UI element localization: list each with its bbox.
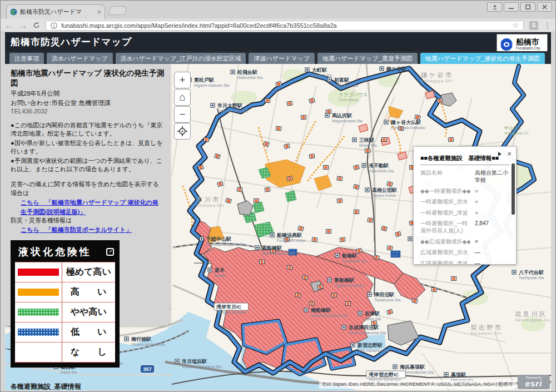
app-tab-3[interactable]: 津波ハザードマップ: [249, 53, 315, 64]
facility-marker[interactable]: [346, 302, 351, 306]
info-icon[interactable]: [51, 22, 57, 29]
facility-marker[interactable]: [265, 99, 270, 103]
facility-marker[interactable]: [451, 277, 456, 281]
app-tab-1[interactable]: 洪水ハザードマップ: [47, 53, 113, 64]
popup-close-icon[interactable]: ×: [507, 150, 512, 157]
popup-row-3: 一時避難場所_津波○: [420, 209, 509, 216]
map-label-en: Narashino-Shi: [470, 331, 502, 335]
app-tab-4[interactable]: 地震ハザードマップ_震度予測図: [317, 53, 418, 64]
facility-marker[interactable]: [354, 210, 359, 214]
bookmark-star-icon[interactable]: ☆: [512, 21, 519, 29]
reload-icon[interactable]: [33, 22, 40, 29]
profile-icon[interactable]: [487, 2, 502, 12]
facility-marker[interactable]: [254, 199, 259, 203]
popup-title: ■■各種避難施設 基礎情報■■: [420, 155, 509, 162]
facility-marker[interactable]: [287, 265, 292, 270]
layer-label: 各種避難施設_基礎情報: [11, 382, 164, 390]
map-label: 湾岸習志野IC: [368, 372, 399, 378]
facility-marker[interactable]: [309, 154, 315, 158]
facility-marker[interactable]: [368, 218, 373, 222]
popup-next-icon[interactable]: [498, 152, 502, 156]
extension-badge[interactable]: S: [529, 21, 538, 30]
legend-box: 液状化危険性 ↗ 極めて高い高 いやや高い低 いな し: [11, 240, 120, 368]
map-label-en: Hanamigawa-Ku: [515, 318, 550, 322]
map-label-en: Baraki: [215, 274, 226, 277]
facility-marker[interactable]: [365, 148, 370, 153]
close-window-button[interactable]: [537, 2, 552, 12]
facility-marker[interactable]: [331, 293, 337, 297]
map-label-en: Matsuhidai Sta.: [237, 76, 264, 80]
new-tab-button[interactable]: [108, 6, 127, 15]
map-label: 京成津田沼駅: [348, 325, 379, 330]
sidebar-panel: 船橋市地震ハザードマップ 液状化の発生予測図 平成28年5月公開 お問い合わせ:…: [5, 64, 170, 326]
locate-button[interactable]: [174, 123, 191, 140]
legend-label: やや高い: [62, 302, 115, 322]
facility-marker[interactable]: [326, 230, 331, 234]
app-tab-5[interactable]: 地震ハザードマップ_液状化の発生予測図: [420, 53, 545, 64]
app-tab-0[interactable]: 注意事項: [9, 53, 44, 64]
facility-marker[interactable]: [237, 187, 242, 192]
minimize-button[interactable]: [504, 2, 519, 12]
map-label: 鎌ヶ谷大仏駅: [390, 120, 421, 125]
supplement-map-link[interactable]: こちら 「船橋市地震ハザードマップ 液状化の発生予測図(説明補足版)」: [21, 198, 164, 216]
browser-tab[interactable]: 船橋市防災ハザードマ ×: [6, 4, 105, 19]
app-header: 船橋市防災ハザードマップ 船橋市 Funabashi City: [5, 32, 551, 51]
map-label-en: Kasai Sta.: [61, 370, 78, 374]
tel-line: TEL436-2032: [11, 108, 164, 115]
facility-marker[interactable]: [387, 246, 393, 250]
map-label-en: Club House: [339, 98, 359, 102]
facility-marker[interactable]: [203, 137, 209, 142]
page-viewport: 船橋市防災ハザードマップ 船橋市 Funabashi City 注意事項洪水ハザ…: [5, 32, 551, 390]
facility-marker[interactable]: [337, 199, 342, 203]
published-date: 平成28年5月公開: [11, 90, 164, 98]
facility-marker[interactable]: [265, 187, 270, 192]
zoom-out-button[interactable]: −: [174, 106, 191, 123]
map-label-en: Omachi Sta.: [312, 73, 333, 77]
tab-close-icon[interactable]: ×: [97, 8, 101, 16]
map-label-en: Yatsu Sta.: [365, 317, 382, 321]
facility-marker[interactable]: [287, 101, 292, 106]
popup-scrollbar[interactable]: [512, 163, 515, 215]
facility-marker[interactable]: [382, 138, 387, 142]
popup-row-5: ◆◆広域避難場所◆◆×: [420, 238, 509, 245]
legend-label: 極めて高い: [62, 262, 115, 282]
facility-marker[interactable]: [312, 237, 317, 242]
map-label-en: Nishi-funabashi Sta.: [262, 251, 296, 255]
browser-menu-icon[interactable]: ⋮: [544, 21, 551, 29]
map-label-en: Magomezawa Sta.: [332, 119, 363, 123]
facility-marker[interactable]: [337, 176, 342, 181]
app-tab-2[interactable]: 洪水ハザードマップ_江戸川の浸水想定区域: [116, 53, 246, 64]
legend-row-1: 高 い: [15, 282, 115, 302]
url-text[interactable]: funabashi.maps.arcgis.com/apps/MapSeries…: [61, 22, 508, 29]
facility-marker[interactable]: [276, 126, 281, 131]
facility-marker[interactable]: [260, 260, 265, 264]
portal-note: 防災・災害各種情報は: [11, 216, 164, 225]
sidebar-note: ●国や県が新しい被害想定を公表したときは、見直しを行います。: [11, 139, 164, 156]
facility-marker[interactable]: [301, 116, 306, 120]
facility-marker[interactable]: [309, 301, 315, 306]
home-button[interactable]: ⌂: [174, 89, 191, 106]
maximize-button[interactable]: [520, 2, 535, 12]
favicon-globe-icon: [10, 8, 17, 16]
back-icon[interactable]: ←: [5, 21, 13, 29]
map-label-en: Funabashi Hoten: [277, 239, 306, 242]
map-label: 滝不動駅: [368, 163, 389, 168]
forward-icon[interactable]: →: [19, 21, 27, 29]
legend-label: な し: [62, 343, 115, 362]
map-label-en: Ichikawa Ono Sta.: [217, 109, 248, 113]
facility-marker[interactable]: [324, 166, 329, 170]
zoom-in-button[interactable]: +: [174, 72, 191, 88]
portal-site-link[interactable]: こちら 「船橋市防災ポータルサイト」: [21, 225, 164, 235]
map-label: 鎌ケ谷駅: [386, 66, 407, 72]
popup-row-4: 一時避難場所_一時屋外収容人員(人)2,847: [420, 220, 509, 234]
map-label: 東松戸駅: [193, 77, 215, 83]
legend-expand-icon[interactable]: ↗: [106, 248, 114, 256]
facility-marker[interactable]: [340, 237, 345, 242]
url-bar[interactable]: funabashi.maps.arcgis.com/apps/MapSeries…: [46, 21, 524, 31]
facility-marker[interactable]: [431, 287, 437, 292]
popup-row-6: 広域避難場所_洪水—: [420, 249, 509, 256]
popup-row-0: 施設名称高根台第二小学校: [420, 169, 509, 183]
facility-marker[interactable]: [448, 137, 454, 142]
map-label-en: Takane Kodan: [372, 193, 396, 197]
esri-logo-text: esri: [525, 379, 543, 388]
